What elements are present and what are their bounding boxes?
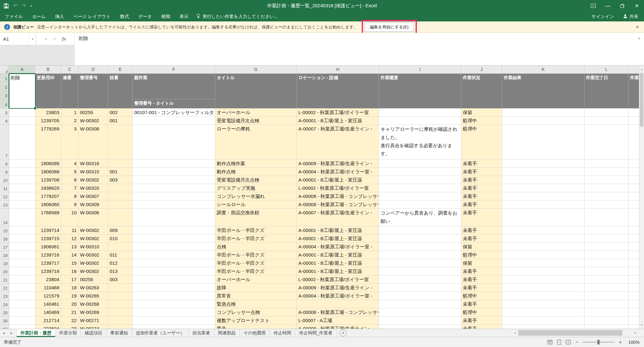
row-header-10[interactable]: 10 [0, 176, 9, 184]
cell-J19[interactable]: 保留 [461, 259, 502, 267]
scroll-right-icon[interactable]: ► [632, 332, 639, 334]
cell-H15[interactable]: A-00001 - B工場/屋上 - 変圧器 [297, 226, 379, 234]
cell-I5[interactable] [379, 108, 461, 117]
cell-M10[interactable] [629, 176, 639, 184]
formula-bar-collapse-icon[interactable]: ∨ [638, 36, 640, 40]
column-header-I[interactable]: I [379, 66, 461, 74]
cell-I23[interactable] [379, 292, 461, 300]
cell-C6[interactable]: 2 [61, 117, 78, 125]
column-header-M[interactable]: M [629, 66, 639, 74]
tell-me-box[interactable]: 実行したい作業を入力してください... [196, 14, 278, 20]
sheet-tab-2[interactable]: 作業分類 [55, 329, 81, 337]
cell-G25[interactable]: コンプレッサー点検 [215, 308, 297, 316]
cell-M9[interactable] [629, 168, 639, 176]
sheet-tab-6[interactable]: 担当業者 [189, 329, 214, 337]
column-header-A[interactable]: A [9, 66, 35, 74]
cell-L11[interactable] [584, 184, 629, 192]
cell-A19[interactable] [9, 259, 35, 267]
undo-icon[interactable]: ↶ [13, 3, 17, 9]
cell-A13[interactable] [9, 200, 35, 209]
cell-A17[interactable] [9, 243, 35, 251]
header-cell-G[interactable]: タイトル [215, 74, 297, 108]
row-header-25[interactable]: 25 [0, 308, 9, 316]
cell-D15[interactable]: W-00302 [78, 226, 108, 234]
cell-G11[interactable]: グリスアップ実施 [215, 184, 297, 192]
cell-A21[interactable] [9, 275, 35, 284]
row-header-19[interactable]: 19 [0, 259, 9, 267]
cell-M22[interactable] [629, 284, 639, 292]
cell-J23[interactable]: 処理中 [461, 292, 502, 300]
redo-icon[interactable]: ↷ [22, 3, 26, 9]
cell-K18[interactable] [502, 251, 584, 259]
cell-C19[interactable]: 15 [61, 259, 78, 267]
cell-C16[interactable]: 12 [61, 234, 78, 243]
cell-I14[interactable]: コンベアーから異音あり、調査をお願い [379, 209, 461, 226]
ribbon-display-options-icon[interactable] [586, 0, 601, 12]
cell-E24[interactable] [108, 300, 133, 308]
cell-F5[interactable]: 00107-001 - コンプレッサーフィルタ [133, 108, 215, 117]
header-cell-A[interactable]: 削除 [9, 74, 35, 108]
ribbon-tab-7[interactable]: 校閲 [157, 12, 175, 21]
cell-A24[interactable] [9, 300, 35, 308]
horizontal-scrollbar[interactable]: ◄ ► [511, 329, 639, 337]
cell-A8[interactable] [9, 159, 35, 168]
cell-C7[interactable]: 3 [61, 125, 78, 159]
column-header-D[interactable]: D [78, 66, 108, 74]
cell-G20[interactable]: 半田ボール・半田クズ [215, 267, 297, 275]
row-header-11[interactable]: 11 [0, 184, 9, 192]
cell-F8[interactable] [133, 159, 215, 168]
header-cell-L[interactable]: 作業完了日 [584, 74, 629, 108]
cell-G12[interactable]: コンプレッサー水漏れ [215, 192, 297, 200]
cell-B9[interactable]: 1806088 [35, 168, 61, 176]
ribbon-tab-5[interactable]: 数式 [115, 12, 134, 21]
cell-M26[interactable] [629, 316, 639, 325]
cell-C22[interactable]: 18 [61, 284, 78, 292]
row-header-1[interactable]: 1 [0, 74, 9, 82]
cell-M12[interactable] [629, 192, 639, 200]
cell-K6[interactable] [502, 117, 584, 125]
sheet-nav-right-icon[interactable]: ► [8, 329, 15, 337]
cell-B8[interactable]: 1806099 [35, 159, 61, 168]
cell-B24[interactable]: 140461 [35, 300, 61, 308]
cell-L10[interactable] [584, 176, 629, 184]
sheet-tab-8[interactable]: その他費用 [240, 329, 270, 337]
zoom-slider-thumb[interactable] [597, 340, 600, 344]
cell-E12[interactable] [108, 192, 133, 200]
cell-L19[interactable] [584, 259, 629, 267]
header-cell-J[interactable]: 作業状況 [461, 74, 502, 108]
cell-E9[interactable]: 001 [108, 168, 133, 176]
cell-K15[interactable] [502, 226, 584, 234]
new-sheet-button[interactable]: + [340, 330, 347, 337]
cell-L21[interactable] [584, 275, 629, 284]
cell-F18[interactable] [133, 251, 215, 259]
cell-F9[interactable] [133, 168, 215, 176]
cell-D12[interactable]: W-00307 [78, 192, 108, 200]
cell-A25[interactable] [9, 308, 35, 316]
cell-D7[interactable]: W-00308 [78, 125, 108, 159]
column-header-E[interactable]: E [108, 66, 133, 74]
cell-B15[interactable]: 1239714 [35, 226, 61, 234]
cell-H27[interactable]: A-00009 - 秋葉原工場/生産ライン - [297, 325, 379, 329]
cell-D8[interactable]: W-00316 [78, 159, 108, 168]
enable-editing-button[interactable]: 編集を有効にする(E) [365, 22, 414, 32]
cell-B22[interactable]: 110468 [35, 284, 61, 292]
cell-A23[interactable] [9, 292, 35, 300]
cell-B21[interactable]: 23804 [35, 275, 61, 284]
cell-C27[interactable]: 23 [61, 325, 78, 329]
share-button[interactable]: 共有 [623, 14, 638, 20]
column-header-L[interactable]: L [584, 66, 629, 74]
cell-G7[interactable]: ローラーの摩耗 [215, 125, 297, 159]
cell-J27[interactable]: 未着手 [461, 325, 502, 329]
cell-A11[interactable] [9, 184, 35, 192]
row-header-17[interactable]: 17 [0, 243, 9, 251]
cell-D21[interactable]: 00255 [78, 275, 108, 284]
cell-I9[interactable] [379, 168, 461, 176]
cell-E6[interactable]: 001 [108, 117, 133, 125]
page-break-view-icon[interactable] [566, 339, 571, 345]
save-icon[interactable] [4, 3, 9, 9]
cell-F26[interactable] [133, 316, 215, 325]
cell-H23[interactable]: A-00004 - 秋葉原工場/ボイラー室 - [297, 292, 379, 300]
cell-M14[interactable] [629, 209, 639, 226]
cell-K13[interactable] [502, 200, 584, 209]
zoom-in-icon[interactable]: + [618, 339, 623, 345]
